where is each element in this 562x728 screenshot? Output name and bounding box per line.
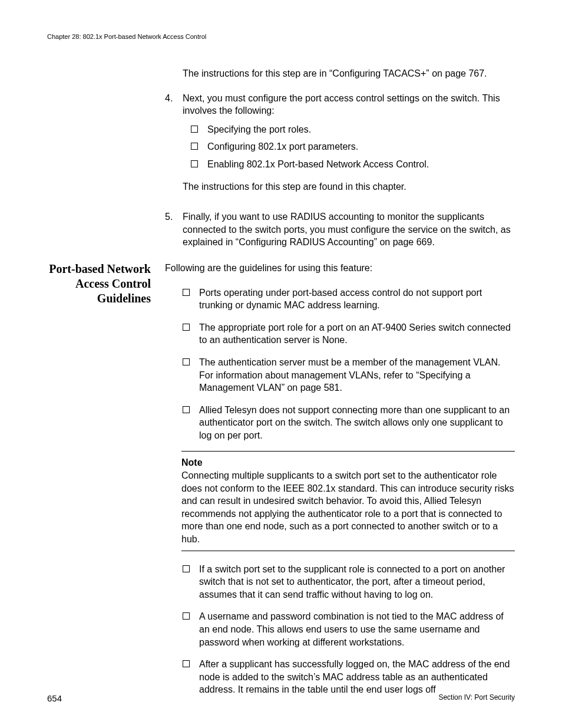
step3-reference: The instructions for this step are in “C… [183,67,515,80]
list-item: If a switch port set to the supplicant r… [183,563,515,601]
checkbox-bullet-icon [191,143,198,150]
section-heading-port-based-guidelines: Port-based Network Access Control Guidel… [47,262,165,306]
checkbox-bullet-icon [183,612,190,620]
checkbox-bullet-icon [191,126,198,133]
list-item: Configuring 802.1x port parameters. [191,140,515,153]
checkbox-bullet-icon [183,565,190,572]
list-item: The appropriate port role for a port on … [183,321,515,347]
step-4: 4. Next, you must configure the port acc… [165,92,515,203]
step-5: 5. Finally, if you want to use RADIUS ac… [165,210,515,249]
list-item: After a supplicant has successfully logg… [183,658,515,696]
note-title: Note [181,456,515,469]
step-5-body: Finally, if you want to use RADIUS accou… [183,210,515,249]
step-number: 4. [165,92,183,203]
list-item: Allied Telesyn does not support connecti… [183,404,515,442]
footer-section: Section IV: Port Security [438,693,515,703]
note-body: Connecting multiple supplicants to a swi… [181,469,515,546]
note-block: Note Connecting multiple supplicants to … [181,451,515,551]
step-number: 5. [165,210,183,249]
list-item: A username and password combination is n… [183,610,515,648]
running-header: Chapter 28: 802.1x Port-based Network Ac… [47,33,515,40]
list-item: The authentication server must be a memb… [183,356,515,394]
checkbox-bullet-icon [183,358,190,365]
guidelines-intro: Following are the guidelines for using t… [165,262,515,275]
checkbox-bullet-icon [183,324,190,331]
checkbox-bullet-icon [183,289,190,296]
step-4-trail: The instructions for this step are found… [183,180,515,193]
page-number: 654 [47,693,62,703]
list-item: Enabling 802.1x Port-based Network Acces… [191,158,515,171]
checkbox-bullet-icon [191,160,198,167]
checkbox-bullet-icon [183,406,190,413]
list-item: Ports operating under port-based access … [183,286,515,312]
step-4-lead: Next, you must configure the port access… [183,92,515,117]
checkbox-bullet-icon [183,660,190,667]
list-item: Specifying the port roles. [191,123,515,136]
